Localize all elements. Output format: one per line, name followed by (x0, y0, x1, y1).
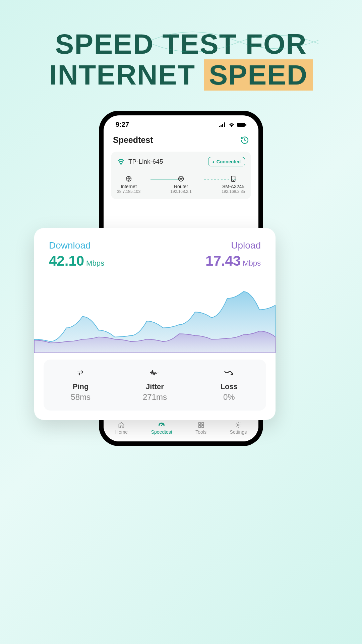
grid-icon (198, 421, 204, 429)
nav-home[interactable]: Home (115, 421, 128, 435)
download-value: 42.10Mbps (49, 253, 104, 269)
path-node-router: Router 192.168.2.1 (170, 176, 191, 194)
loss-icon (192, 368, 266, 378)
signal-icon (219, 122, 226, 127)
metrics-row: Ping 58ms Jitter 271ms Loss 0% (44, 360, 266, 411)
svg-point-16 (237, 424, 239, 426)
wifi-network-icon (117, 158, 125, 165)
home-icon (118, 421, 125, 429)
svg-rect-15 (201, 426, 203, 428)
speed-row: Download 42.10Mbps Upload 17.43Mbps (34, 240, 276, 272)
app-header: Speedtest (104, 131, 258, 150)
speed-chart (34, 276, 276, 353)
status-time: 9:27 (116, 121, 129, 128)
svg-rect-0 (219, 126, 220, 127)
nav-tools[interactable]: Tools (195, 421, 206, 435)
metric-loss: Loss 0% (192, 368, 266, 402)
metric-jitter: Jitter 271ms (118, 368, 192, 402)
decorative-wave (151, 20, 318, 60)
status-bar: 9:27 (104, 115, 258, 131)
nav-speedtest[interactable]: Speedtest (151, 421, 172, 435)
connection-card: TP-Link-645 Connected Internet 38.7.185.… (111, 152, 251, 199)
app-title: Speedtest (113, 135, 153, 145)
globe-icon (126, 176, 132, 182)
network-name: TP-Link-645 (128, 158, 163, 165)
history-icon[interactable] (240, 136, 249, 145)
svg-rect-2 (222, 124, 223, 127)
gauge-icon (158, 421, 165, 429)
download-label: Download (49, 240, 104, 251)
path-node-internet: Internet 38.7.185.103 (117, 176, 140, 194)
jitter-icon (118, 368, 192, 378)
svg-rect-14 (198, 426, 200, 428)
network-row: TP-Link-645 Connected (117, 157, 245, 171)
svg-rect-3 (224, 122, 225, 127)
router-icon (178, 176, 184, 182)
nav-settings[interactable]: Settings (230, 421, 247, 435)
connected-badge: Connected (208, 157, 245, 166)
svg-rect-1 (221, 125, 222, 127)
upload-section: Upload 17.43Mbps (205, 240, 261, 269)
bottom-nav: Home Speedtest Tools Settings (104, 418, 258, 441)
speed-results-card: Download 42.10Mbps Upload 17.43Mbps (34, 228, 276, 420)
path-node-device: SM-A3245 192.168.2.35 (222, 176, 245, 194)
metric-ping: Ping 58ms (44, 368, 118, 402)
svg-line-11 (162, 424, 163, 426)
svg-rect-13 (201, 423, 203, 425)
battery-icon (237, 122, 246, 127)
upload-value: 17.43Mbps (205, 253, 261, 269)
upload-label: Upload (205, 240, 261, 251)
hero-line2-prefix: INTERNET (49, 59, 204, 91)
svg-rect-4 (237, 123, 245, 127)
status-icons (219, 122, 246, 127)
path-row: Internet 38.7.185.103 Router 192.168.2.1… (117, 171, 245, 194)
download-section: Download 42.10Mbps (49, 240, 104, 269)
phone-device-icon (231, 176, 236, 182)
gear-icon (235, 421, 242, 429)
hero-highlight: SPEED (204, 59, 313, 90)
svg-rect-12 (198, 423, 200, 425)
wifi-icon (228, 122, 235, 127)
ping-icon (44, 368, 118, 378)
svg-rect-5 (245, 124, 246, 126)
